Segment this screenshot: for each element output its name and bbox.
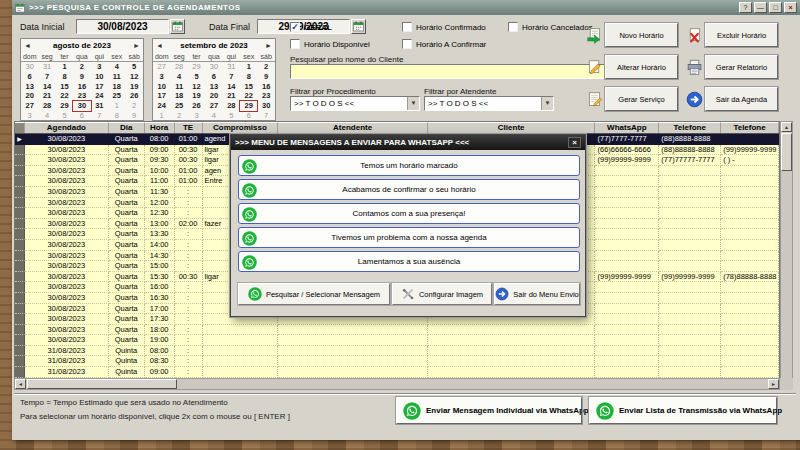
calendar-day[interactable]: 20 [205,91,222,101]
service-button[interactable]: Gerar Serviço [605,87,678,111]
calendar-day[interactable]: 1 [153,111,170,121]
grid-header-Compromisso[interactable]: Compromisso [203,122,279,133]
table-row[interactable]: 30/08/2023Quarta19:00: [15,335,779,346]
calendar-day[interactable]: 30 [21,62,38,72]
whatsapp-message-button[interactable]: Acabamos de confirmar o seu horário [238,179,580,200]
calendar-day[interactable]: 7 [223,72,240,82]
new-button[interactable]: Novo Horário [605,23,678,47]
grid-header-Agendado[interactable]: Agendado [25,122,109,133]
calendar-day[interactable]: 28 [38,101,55,111]
calendar-day[interactable]: 1 [240,62,257,72]
calendar-day[interactable]: 2 [170,111,187,121]
close-icon[interactable]: × [568,137,581,148]
grid-header-TE[interactable]: TE [175,122,203,133]
data-final-calendar-button[interactable] [351,19,366,34]
calendar-day[interactable]: 9 [73,72,90,82]
calendar-day[interactable]: 31 [223,62,240,72]
calendar-day[interactable]: 7 [38,72,55,82]
scroll-left-icon[interactable]: ◄ [15,379,26,389]
checkbox-box[interactable] [402,22,412,32]
table-row[interactable]: 31/08/2023Quinta08:00: [15,346,779,357]
whatsapp-message-button[interactable]: Lamentamos a sua ausência [238,251,580,272]
calendar-day[interactable]: 5 [125,62,142,72]
checkbox-box[interactable]: ✓ [290,22,300,32]
grid-header-Cliente[interactable]: Cliente [428,122,596,133]
calendar-day[interactable]: 9 [125,111,142,121]
title-bar[interactable]: >>> PESQUISA E CONTROLE DE AGENDAMENTOS … [12,0,800,15]
calendar-day[interactable]: 29 [56,101,73,111]
grid-header-Telefone[interactable]: Telefone [721,122,779,133]
calendar-day[interactable]: 19 [125,82,142,92]
calendar-day[interactable]: 2 [257,62,274,72]
calendar-day[interactable]: 23 [73,91,90,101]
calendar-day[interactable]: 12 [188,82,205,92]
calendar-day[interactable]: 28 [223,101,240,111]
calendar-day[interactable]: 25 [170,101,187,111]
next-month-icon[interactable]: ► [265,42,272,49]
calendar-day[interactable]: 3 [21,111,38,121]
calendar-day[interactable]: 22 [56,91,73,101]
whatsapp-footer-button[interactable]: Pesquisar / Selecionar Mensagem [238,283,390,305]
report-button[interactable]: Gerar Relatório [705,55,778,79]
minimize-button[interactable]: — [754,2,767,13]
exit-button[interactable]: Sair da Agenda [705,87,778,111]
calendar-day[interactable]: 11 [170,82,187,92]
calendar-day[interactable]: 1 [108,101,125,111]
calendar-day[interactable]: 7 [91,111,108,121]
calendar-day[interactable]: 27 [153,62,170,72]
calendar-day[interactable]: 17 [91,82,108,92]
checkbox-box[interactable] [402,39,412,49]
grid-header-WhatsApp[interactable]: WhatsApp [595,122,659,133]
vertical-scrollbar[interactable]: ▲ ▼ [780,121,793,390]
calendar-day[interactable]: 19 [188,91,205,101]
calendar-day[interactable]: 18 [170,91,187,101]
calendar-day[interactable]: 15 [56,82,73,92]
exit-footer-button[interactable]: Sair do Menu Envio [494,283,580,305]
calendar-day[interactable]: 24 [91,91,108,101]
prev-month-icon[interactable]: ◄ [156,42,163,49]
grid-header-Hora[interactable]: Hora [145,122,175,133]
next-month-icon[interactable]: ► [133,42,140,49]
calendar-day[interactable]: 3 [188,111,205,121]
checkbox-horario-a-confirmar[interactable]: Horário A Confirmar [402,39,486,49]
grid-header-Telefone[interactable]: Telefone [659,122,721,133]
calendar-day[interactable]: 14 [223,82,240,92]
calendar-day[interactable]: 5 [188,72,205,82]
calendar-day[interactable]: 20 [21,91,38,101]
delete-button[interactable]: Excluir Horário [705,23,778,47]
checkbox-box[interactable] [508,22,518,32]
checkbox-geral[interactable]: ✓ GERAL [290,22,332,32]
calendar-day[interactable]: 4 [170,72,187,82]
calendar-day[interactable]: 25 [108,91,125,101]
calendar-day[interactable]: 4 [205,111,222,121]
atendente-select[interactable]: >> T O D O S << ▼ [424,96,554,111]
table-row[interactable]: 31/08/2023Quinta09:00: [15,367,779,378]
data-inicial-calendar-button[interactable] [170,19,185,34]
calendar-day[interactable]: 26 [125,91,142,101]
modal-title-bar[interactable]: >>> MENU DE MENSAGENS A ENVIAR PARA WHAT… [231,135,585,150]
scrollbar-thumb[interactable] [781,133,792,171]
calendar-day[interactable]: 7 [257,111,274,121]
grid-header-Dia[interactable]: Dia [109,122,145,133]
calendar-day[interactable]: 3 [153,72,170,82]
calendar-day[interactable]: 31 [91,101,108,111]
scroll-right-icon[interactable]: ► [768,379,779,389]
calendar-day[interactable]: 4 [38,111,55,121]
calendar-day[interactable]: 16 [73,82,90,92]
calendar-day[interactable]: 5 [56,111,73,121]
calendar-day[interactable]: 30 [73,101,90,111]
calendar-day[interactable]: 2 [73,62,90,72]
grid-header-selector[interactable] [15,122,25,133]
calendar-day[interactable]: 6 [21,72,38,82]
calendar-day[interactable]: 22 [240,91,257,101]
calendar-day[interactable]: 13 [205,82,222,92]
edit-button[interactable]: Alterar Horário [605,55,678,79]
scrollbar-thumb[interactable] [27,379,177,389]
calendar-day[interactable]: 18 [108,82,125,92]
calendar-day[interactable]: 6 [205,72,222,82]
procedimento-select[interactable]: >> T O D O S << ▼ [290,96,420,111]
checkbox-box[interactable] [290,39,300,49]
calendar-day[interactable]: 15 [240,82,257,92]
send-broadcast-whatsapp-button[interactable]: Enviar Lista de Transmissão via WhatsApp [589,397,777,424]
wrench-footer-button[interactable]: Configurar Imagem [392,283,492,305]
